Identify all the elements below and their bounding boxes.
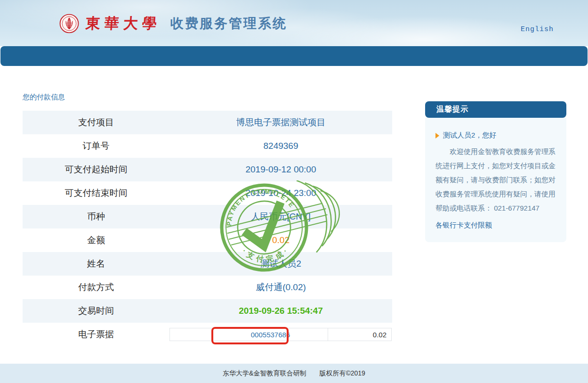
- footer: 东华大学&金智教育联合研制 版权所有©2019: [0, 364, 588, 383]
- row-value: 博思电子票据测试项目: [169, 116, 392, 129]
- english-language-link[interactable]: English: [521, 25, 554, 33]
- ebill-inner-table: 0005537686 0.02: [169, 328, 392, 341]
- row-label: 姓名: [23, 258, 169, 270]
- arrow-right-icon: [435, 133, 439, 139]
- header-banner: 東華大學 收费服务管理系统 English: [0, 0, 588, 46]
- table-row: 币种 人民币元[CNY]: [23, 205, 392, 228]
- row-value: 测试人员2: [169, 258, 392, 270]
- row-value: 8249369: [169, 141, 392, 151]
- ebill-area: 0005537686 0.02: [169, 328, 392, 341]
- row-label: 支付项目: [23, 116, 169, 129]
- tips-message: 欢迎使用金智教育收费服务管理系统进行网上支付，如您对支付项目或金额有疑问，请与收…: [435, 145, 556, 215]
- row-value: 威付通(0.02): [169, 281, 392, 293]
- table-row: 可支付起始时间 2019-09-12 00:00: [23, 158, 392, 181]
- tips-body: 测试人员2，您好 欢迎使用金智教育收费服务管理系统进行网上支付，如您对支付项目或…: [425, 118, 566, 242]
- university-logo-icon: [59, 14, 79, 33]
- row-label: 币种: [23, 211, 169, 223]
- table-row-ebill: 电子票据 0005537686 0.02: [23, 323, 392, 346]
- bank-card-limit-link[interactable]: 各银行卡支付限额: [435, 221, 492, 230]
- payment-section-title: 您的付款信息: [23, 93, 65, 102]
- brand-block: 東華大學 收费服务管理系统: [59, 11, 287, 36]
- tips-sidebar: 温馨提示 测试人员2，您好 欢迎使用金智教育收费服务管理系统进行网上支付，如您对…: [425, 101, 566, 242]
- greeting-row: 测试人员2，您好: [435, 131, 556, 140]
- ebill-number-link[interactable]: 0005537686: [213, 328, 328, 341]
- greeting-text: 测试人员2，您好: [443, 131, 496, 140]
- table-row: 可支付结束时间 2019-10-24 23:00: [23, 181, 392, 205]
- navigation-bar: [0, 46, 588, 66]
- ebill-label: 电子票据: [23, 328, 169, 341]
- table-row: 姓名 测试人员2: [23, 252, 392, 276]
- payment-table: 支付项目 博思电子票据测试项目 订单号 8249369 可支付起始时间 2019…: [23, 111, 392, 346]
- ebill-empty-cell: [170, 328, 213, 341]
- row-value: 2019-09-26 15:54:47: [169, 306, 392, 316]
- row-label: 付款方式: [23, 281, 169, 293]
- row-label: 交易时间: [23, 305, 169, 317]
- row-label: 金额: [23, 234, 169, 246]
- table-row: 支付项目 博思电子票据测试项目: [23, 111, 392, 134]
- system-title: 收费服务管理系统: [170, 15, 287, 33]
- row-value: 2019-09-12 00:00: [169, 164, 392, 175]
- table-row: 交易时间 2019-09-26 15:54:47: [23, 299, 392, 323]
- table-row: 订单号 8249369: [23, 134, 392, 158]
- tips-header: 温馨提示: [425, 101, 566, 118]
- row-value: 人民币元[CNY]: [169, 211, 392, 223]
- row-label: 可支付起始时间: [23, 163, 169, 176]
- row-label: 可支付结束时间: [23, 187, 169, 199]
- university-name: 東華大學: [85, 14, 162, 33]
- table-row: 金额 0.02: [23, 228, 392, 252]
- ebill-amount-cell: 0.02: [328, 328, 391, 341]
- table-row: 付款方式 威付通(0.02): [23, 276, 392, 299]
- row-label: 订单号: [23, 140, 169, 152]
- row-value: 0.02: [169, 235, 392, 245]
- row-value: 2019-10-24 23:00: [169, 188, 392, 198]
